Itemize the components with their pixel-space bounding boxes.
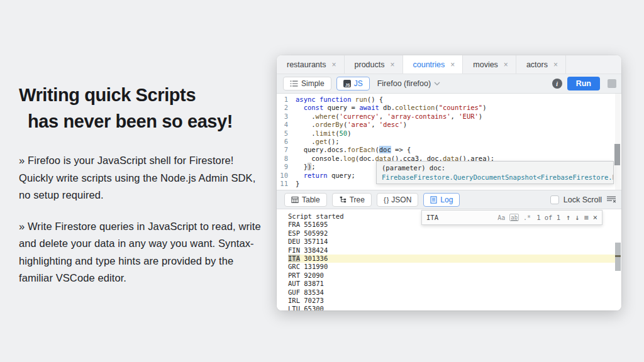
tab-close-icon[interactable]: × [450, 60, 455, 69]
tab-actors[interactable]: actors× [516, 55, 566, 74]
log-row: ESP 505992 [288, 229, 621, 238]
list-icon [290, 80, 298, 87]
log-icon [430, 196, 437, 204]
tab-label: movies [473, 60, 498, 69]
tab-countries[interactable]: countries× [403, 55, 464, 74]
whole-word-icon[interactable]: ab [509, 214, 519, 221]
tab-label: countries [413, 60, 445, 69]
panel-tab-label: Table [302, 195, 320, 204]
app-window: restaurants×products×countries×movies×ac… [277, 55, 621, 310]
tab-label: actors [526, 60, 548, 69]
find-widget: ITA Aa ab .* 1 of 1 ↑ ↓ ≡ × [421, 210, 602, 225]
tab-bar: restaurants×products×countries×movies×ac… [277, 55, 621, 74]
tree-icon [339, 196, 347, 204]
tab-movies[interactable]: movies× [463, 55, 516, 74]
panel-tab-label: Tree [350, 195, 365, 204]
code-line: 4 .orderBy('area', 'desc') [277, 121, 621, 129]
line-number: 8 [277, 155, 296, 163]
js-mode-button[interactable]: JS JS [336, 77, 370, 90]
table-icon [291, 196, 299, 204]
tab-close-icon[interactable]: × [553, 60, 558, 69]
editor-scrollbar-thumb[interactable] [614, 144, 620, 165]
project-selector[interactable]: Firefoo (firefoo) [377, 79, 440, 88]
code-editor[interactable]: 1async function run() {2 const query = a… [277, 94, 621, 190]
braces-icon: { } [384, 196, 388, 204]
line-number: 5 [277, 129, 296, 138]
tooltip-line-2: FirebaseFirestore.QueryDocumentSnapshot<… [382, 173, 608, 182]
previous-match-icon[interactable]: ↑ [566, 213, 570, 222]
line-number: 3 [277, 112, 296, 121]
panel-tab-label: JSON [391, 195, 411, 204]
panel-tab-tree[interactable]: Tree [332, 193, 372, 207]
code-line: 7 query.docs.forEach(doc => { [277, 146, 621, 154]
log-row: AUT 83871 [288, 280, 621, 288]
editor-scrollbar[interactable] [615, 94, 621, 190]
results-panel-bar: TableTree{ }JSONLog Lock Scroll [277, 190, 621, 209]
hero-section: Writing quick Scriptshas never been so e… [19, 82, 265, 287]
simple-mode-label: Simple [301, 79, 325, 88]
js-mode-label: JS [354, 79, 363, 88]
find-input[interactable]: ITA [426, 214, 493, 221]
log-output[interactable]: Script startedFRA 551695ESP 505992DEU 35… [277, 209, 621, 310]
next-match-icon[interactable]: ↓ [575, 213, 579, 222]
line-number: 4 [277, 121, 296, 129]
project-selector-label: Firefoo (firefoo) [377, 79, 431, 88]
panel-tab-label: Log [440, 195, 453, 204]
lock-scroll-control: Lock Scroll [550, 195, 616, 204]
tab-close-icon[interactable]: × [391, 60, 395, 69]
tab-close-icon[interactable]: × [332, 60, 336, 69]
tooltip-line-1: (parameter) doc: [382, 163, 608, 173]
panel-tab-log[interactable]: Log [423, 193, 460, 207]
clear-log-icon[interactable] [606, 195, 616, 204]
hero-paragraph-2: » Write Firestore queries in JavaScript … [19, 218, 265, 287]
info-icon[interactable]: i [552, 79, 562, 89]
log-row: PRT 92090 [288, 272, 621, 280]
run-button[interactable]: Run [567, 77, 600, 90]
line-number: 11 [277, 180, 296, 188]
code-line: 2 const query = await db.collection("cou… [277, 104, 621, 112]
stop-button [608, 79, 616, 88]
close-find-icon[interactable]: × [593, 213, 597, 222]
line-number: 2 [277, 104, 296, 112]
chevron-down-icon [434, 82, 440, 85]
line-number: 9 [277, 163, 296, 171]
js-logo-icon: JS [343, 80, 351, 87]
log-row: GRC 131990 [288, 263, 621, 271]
match-count: 1 of 1 [536, 214, 560, 221]
type-hint-tooltip: (parameter) doc: FirebaseFirestore.Query… [376, 161, 614, 184]
log-row: GUF 83534 [288, 288, 621, 297]
lock-scroll-checkbox[interactable] [550, 195, 559, 204]
hero-paragraph-1: » Firefoo is your JavaScript shell for F… [19, 152, 265, 204]
panel-tab-json[interactable]: { }JSON [377, 193, 418, 207]
log-row: DEU 357114 [288, 238, 621, 246]
log-scrollbar-thumb[interactable] [615, 243, 621, 271]
tab-label: restaurants [287, 60, 326, 69]
line-number: 6 [277, 138, 296, 146]
tab-label: products [355, 60, 385, 69]
regex-icon[interactable]: .* [523, 214, 531, 221]
code-line: 5 .limit(50) [277, 129, 621, 138]
log-row: IRL 70273 [288, 297, 621, 305]
log-row: ITA 301336 [288, 255, 615, 263]
code-line: 3 .where('currency', 'array-contains', '… [277, 112, 621, 121]
code-line: 6 .get(); [277, 138, 621, 146]
find-in-selection-icon[interactable]: ≡ [584, 213, 589, 222]
search-match: ITA [288, 255, 300, 262]
lock-scroll-label: Lock Scroll [564, 195, 602, 204]
tab-close-icon[interactable]: × [504, 60, 508, 69]
line-number: 7 [277, 146, 296, 154]
match-case-icon[interactable]: Aa [497, 214, 505, 221]
panel-tab-table[interactable]: Table [284, 193, 327, 207]
tab-restaurants[interactable]: restaurants× [277, 55, 345, 74]
simple-mode-button[interactable]: Simple [283, 77, 331, 90]
match-marker [615, 255, 621, 257]
code-line: 1async function run() { [277, 96, 621, 104]
log-row: FIN 338424 [288, 246, 621, 255]
log-row: LTU 65300 [288, 305, 621, 310]
line-number: 10 [277, 172, 296, 180]
query-toolbar: Simple JS JS Firefoo (firefoo) i Run [277, 74, 621, 94]
page-title: Writing quick Scriptshas never been so e… [19, 82, 265, 134]
line-number: 1 [277, 96, 296, 104]
tab-products[interactable]: products× [345, 55, 403, 74]
